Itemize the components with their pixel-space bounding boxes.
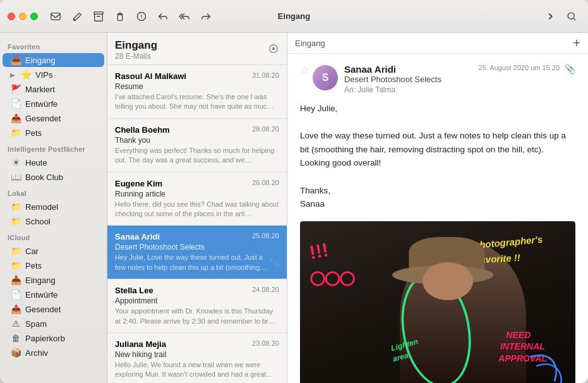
traffic-lights (8, 13, 38, 20)
mail-image-container: !!! #photographer's Favorite !! Lig (300, 221, 575, 383)
sidebar-item-label: Archiv (25, 348, 99, 358)
mail-list-header: Eingang 28 E-Mails (107, 33, 287, 65)
mail-subject-detail: Desert Photoshoot Selects (344, 75, 479, 84)
mail-list-title: Eingang (115, 39, 157, 52)
flag-icon: 🚩 (10, 84, 21, 94)
mail-item[interactable]: Rasoul Al Malkawi 31.08.20 Resume I've a… (107, 65, 287, 119)
mail-item[interactable]: Juliana Mejia 23.08.20 New hiking trail … (107, 333, 287, 383)
svg-point-17 (341, 272, 354, 285)
sidebar-section-smart: Intelligente Postfächer (0, 140, 107, 155)
junk-icon[interactable] (133, 8, 150, 25)
sent-icon: 📤 (10, 304, 21, 314)
sidebar-item-markiert[interactable]: 🚩 Markiert (3, 82, 104, 96)
mail-preview: Everything was perfect! Thanks so much f… (115, 146, 279, 166)
sidebar-item-gesendet[interactable]: 📤 Gesendet (3, 111, 104, 125)
folder-icon: 📁 (10, 260, 21, 271)
main-layout: Favoriten 📥 Eingang ▶ ⭐ VIPs 🚩 Markiert … (0, 33, 588, 383)
reply-all-icon[interactable] (176, 8, 193, 25)
sidebar-item-car[interactable]: 📁 Car (3, 244, 104, 258)
svg-rect-6 (117, 15, 122, 20)
sidebar: Favoriten 📥 Eingang ▶ ⭐ VIPs 🚩 Markiert … (0, 33, 107, 383)
mail-sender: Rasoul Al Malkawi (115, 71, 186, 81)
sidebar-item-pets-icloud[interactable]: 📁 Pets (3, 258, 104, 272)
archive-icon: 📦 (10, 348, 21, 358)
sidebar-item-heute[interactable]: ☀ Heute (3, 155, 104, 169)
sidebar-item-label: Spam (25, 319, 99, 329)
mail-sender: Stella Lee (115, 286, 153, 295)
svg-line-11 (573, 18, 575, 20)
sidebar-item-pets[interactable]: 📁 Pets (3, 126, 104, 140)
search-icon[interactable] (563, 8, 580, 25)
compose-icon[interactable] (68, 8, 86, 25)
toolbar-title: Eingang (278, 11, 310, 21)
more-icon[interactable] (541, 8, 559, 25)
sidebar-item-papierkorb[interactable]: 🗑 Papierkorb (3, 331, 104, 345)
mail-sender: Eugene Kim (115, 179, 162, 188)
mail-list-count: 28 E-Mails (115, 52, 157, 61)
sidebar-item-label: Gesendet (25, 114, 99, 123)
sidebar-item-eingang-icloud[interactable]: 📥 Eingang (3, 273, 104, 287)
mail-item[interactable]: Stella Lee 24.08.20 Appointment Your app… (107, 279, 287, 333)
sidebar-item-label: Car (25, 246, 99, 256)
svg-rect-4 (95, 14, 103, 21)
mail-subject: Resume (115, 82, 279, 91)
mail-body: Hey Julie, Love the way these turned out… (300, 102, 575, 211)
sidebar-item-spam[interactable]: ⚠ Spam (3, 317, 104, 331)
disclosure-icon: ▶ (10, 71, 15, 78)
svg-point-10 (568, 13, 574, 19)
mail-item-selected[interactable]: Sanaa Aridi 25.08.20 Desert Photoshoot S… (107, 226, 287, 279)
star-button[interactable]: ☆ (300, 64, 309, 76)
sidebar-item-school[interactable]: 📁 School (3, 214, 104, 228)
mail-item[interactable]: Eugene Kim 26.08.20 Running article Hell… (107, 173, 287, 226)
to-label: An: (344, 85, 356, 94)
mail-sender: Sanaa Aridi (115, 232, 160, 241)
mail-breadcrumb: Eingang (295, 39, 325, 48)
forward-icon[interactable] (197, 8, 215, 25)
mail-preview: Hello Julie, We found a new trail when w… (115, 360, 279, 380)
sidebar-item-entworfe-icloud[interactable]: 📄 Entwürfe (3, 288, 104, 301)
mail-date: 26.08.20 (252, 179, 279, 188)
sidebar-section-favorites: Favoriten (0, 38, 107, 52)
mail-detail: Eingang + ☆ S Sanaa Aridi Desert Photosh… (287, 33, 588, 383)
attachment-detail-icon: 📎 (565, 64, 575, 74)
minimize-button[interactable] (19, 13, 27, 20)
sidebar-item-label: School (25, 217, 99, 226)
add-button[interactable]: + (573, 37, 580, 49)
toolbar: Eingang (0, 0, 588, 33)
mail-detail-meta: ☆ S Sanaa Aridi Desert Photoshoot Select… (300, 64, 575, 94)
spam-icon: ⚠ (10, 319, 21, 329)
trash-icon: 🗑 (10, 333, 21, 343)
mail-date: 25.08.20 (252, 232, 279, 241)
sidebar-item-vips[interactable]: ▶ ⭐ VIPs (3, 68, 104, 82)
mail-sender-info: Sanaa Aridi Desert Photoshoot Selects An… (344, 64, 479, 94)
folder-icon: 📁 (10, 202, 21, 212)
delete-icon[interactable] (111, 8, 129, 25)
mail-item[interactable]: Chella Boehm 28.08.20 Thank you Everythi… (107, 119, 287, 173)
svg-text:!!!: !!! (308, 239, 330, 263)
close-button[interactable] (8, 13, 15, 20)
sidebar-item-archiv[interactable]: 📦 Archiv (3, 346, 104, 360)
mail-detail-content: ☆ S Sanaa Aridi Desert Photoshoot Select… (287, 54, 588, 383)
sidebar-item-entworfe[interactable]: 📄 Entwürfe (3, 97, 104, 111)
sidebar-section-local: Lokal (0, 185, 107, 199)
sidebar-item-gesendet-icloud[interactable]: 📤 Gesendet (3, 302, 104, 316)
maximize-button[interactable] (30, 13, 38, 20)
sidebar-item-remodel[interactable]: 📁 Remodel (3, 200, 104, 214)
mail-date: 23.08.20 (252, 339, 279, 349)
mail-subject: New hiking trail (115, 350, 279, 359)
sidebar-item-label: Remodel (25, 202, 99, 212)
reply-icon[interactable] (154, 8, 172, 25)
folder-icon: 📁 (10, 246, 21, 256)
mail-to: An: Julie Talma (344, 85, 479, 94)
mail-timestamp: 25. August 2020 um 15:20 (479, 64, 560, 71)
sidebar-section-icloud: ICloud (0, 229, 107, 243)
sidebar-item-eingang[interactable]: 📥 Eingang (3, 53, 104, 67)
filter-button[interactable] (268, 43, 279, 58)
get-mail-icon[interactable] (47, 8, 64, 25)
avatar: S (313, 65, 338, 90)
svg-rect-0 (51, 13, 60, 20)
mail-subject: Desert Photoshoot Selects (115, 243, 279, 252)
draft-icon: 📄 (10, 99, 21, 109)
archive-icon[interactable] (90, 8, 107, 25)
sidebar-item-bookclub[interactable]: 📖 Book Club (3, 170, 104, 184)
